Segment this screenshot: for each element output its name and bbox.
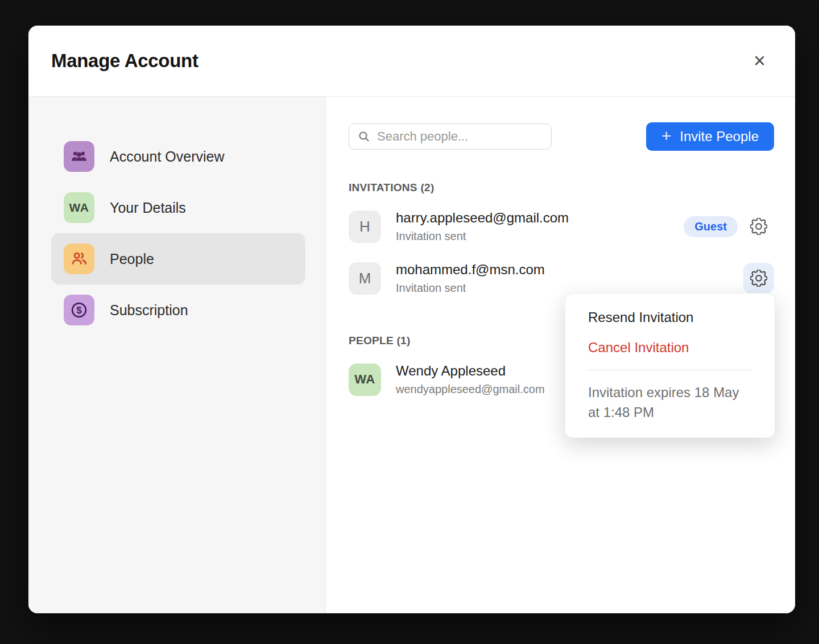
- guest-badge: Guest: [684, 216, 738, 237]
- people-group-icon: [64, 141, 94, 172]
- menu-item-cancel-invitation[interactable]: Cancel Invitation: [565, 332, 775, 362]
- invitation-email: harry.appleseed@gmail.com: [396, 210, 684, 226]
- menu-item-resend-invitation[interactable]: Resend Invitation: [565, 302, 775, 332]
- invite-people-label: Invite People: [680, 129, 759, 145]
- avatar: WA: [349, 364, 381, 396]
- page-title: Manage Account: [51, 50, 198, 72]
- sidebar-item-label: Subscription: [110, 302, 188, 319]
- modal-header: Manage Account ×: [28, 26, 795, 97]
- invitation-context-menu: Resend Invitation Cancel Invitation Invi…: [565, 293, 775, 438]
- gear-icon: [750, 270, 767, 287]
- menu-divider: [588, 370, 752, 370]
- close-button[interactable]: ×: [749, 48, 770, 73]
- invitations-section-header: INVITATIONS (2): [349, 181, 774, 194]
- gear-icon: [750, 218, 767, 235]
- backdrop: Manage Account ×: [0, 0, 819, 644]
- sidebar-item-label: People: [110, 251, 154, 267]
- invitation-expiry-text: Invitation expires 18 May at 1:48 PM: [565, 378, 775, 423]
- invitation-status: Invitation sent: [396, 230, 684, 243]
- sidebar-item-people[interactable]: People: [51, 233, 305, 284]
- plus-icon: +: [661, 127, 672, 145]
- search-icon: [357, 130, 371, 143]
- dollar-glyph: $: [76, 305, 82, 316]
- avatar: H: [349, 210, 381, 243]
- dollar-icon: $: [64, 295, 94, 325]
- invitation-row: H harry.appleseed@gmail.com Invitation s…: [349, 210, 774, 243]
- invitation-settings-button-active[interactable]: [743, 263, 774, 294]
- people-duo-icon: [64, 243, 94, 274]
- invitation-row: M mohammed.f@msn.com Invitation sent: [349, 262, 774, 295]
- sidebar-item-label: Account Overview: [110, 148, 224, 165]
- sidebar-item-account-overview[interactable]: Account Overview: [51, 131, 305, 182]
- search-input[interactable]: [377, 129, 543, 144]
- avatar: M: [349, 262, 381, 295]
- sidebar-item-label: Your Details: [110, 200, 186, 216]
- search-box[interactable]: [349, 123, 552, 150]
- sidebar: Account Overview WA Your Details: [28, 97, 326, 613]
- sidebar-item-your-details[interactable]: WA Your Details: [51, 182, 305, 233]
- invite-people-button[interactable]: + Invite People: [646, 122, 774, 151]
- toolbar: + Invite People: [349, 122, 774, 151]
- invitation-settings-button[interactable]: [743, 211, 774, 242]
- sidebar-item-subscription[interactable]: $ Subscription: [51, 284, 305, 336]
- invitation-email: mohammed.f@msn.com: [396, 262, 743, 278]
- user-initials-icon: WA: [64, 192, 94, 223]
